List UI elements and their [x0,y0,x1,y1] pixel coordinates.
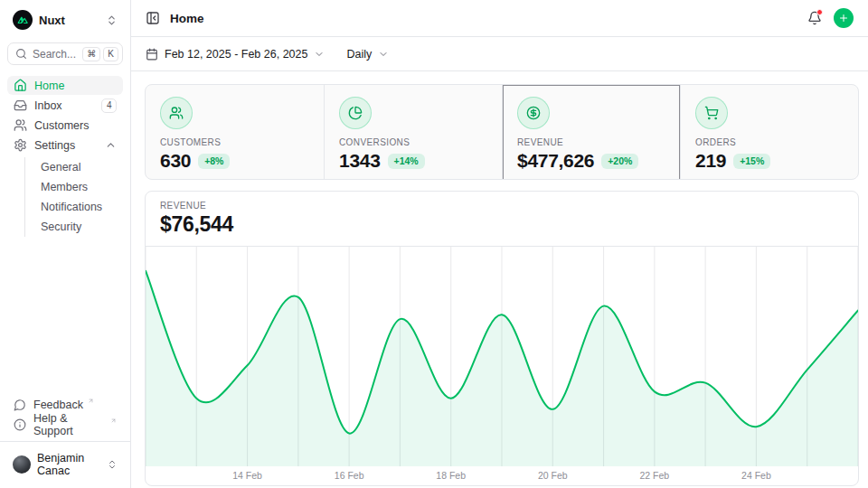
sidebar-item-inbox[interactable]: Inbox 4 [7,96,123,115]
stat-label: CONVERSIONS [339,137,487,147]
inbox-icon [14,99,27,112]
sidebar-nav: Home Inbox 4 Customers Settings Genera [7,76,123,237]
arrow-up-right-icon [88,398,94,404]
sidebar-item-label: Inbox [34,99,62,112]
sidebar-divider [0,441,130,442]
stat-delta-badge: +14% [388,154,425,169]
revenue-chart-card: REVENUE $76,544 14 Feb16 Feb18 Feb20 Feb… [145,191,859,486]
add-button[interactable] [834,8,854,28]
revenue-area-chart[interactable] [146,246,858,466]
submenu-label: Notifications [41,201,102,213]
sidebar-item-settings[interactable]: Settings [7,136,123,155]
x-axis-label: 24 Feb [741,470,771,481]
stat-label: CUSTOMERS [160,137,309,147]
submenu-label: General [41,161,80,174]
calendar-icon [146,48,158,61]
arrow-up-right-icon [110,418,117,424]
sidebar-item-notifications[interactable]: Notifications [33,197,123,217]
date-range-picker[interactable]: Feb 12, 2025 - Feb 26, 2025 [146,48,325,61]
cart-icon [695,97,728,129]
chart-header: REVENUE $76,544 [146,192,858,246]
sidebar-item-security[interactable]: Security [33,217,123,237]
notification-dot [816,9,823,15]
pie-chart-icon [339,97,372,129]
chart-x-axis: 14 Feb16 Feb18 Feb20 Feb22 Feb24 Feb [146,466,858,485]
collapse-sidebar-icon[interactable] [146,11,160,25]
sidebar-item-label: Customers [34,119,89,132]
sidebar-item-customers[interactable]: Customers [7,116,123,135]
stat-value: 630 [160,150,191,172]
chevron-up-icon [105,139,117,151]
chevrons-up-down-icon [106,14,118,26]
notifications-bell-icon[interactable] [807,11,822,25]
sidebar-item-general[interactable]: General [33,157,123,177]
sidebar-item-help-support[interactable]: Help & Support [7,415,123,435]
user-name: Benjamin Canac [37,452,100,477]
info-circle-icon [14,418,26,431]
team-switcher[interactable]: Nuxt [7,7,123,31]
nuxt-logo-icon [13,10,33,30]
submenu-label: Members [41,181,88,193]
chevron-down-icon [314,49,325,60]
stat-label: ORDERS [695,137,844,147]
app-header: Home [131,0,868,37]
x-axis-label: 16 Feb [335,470,364,481]
search-input-wrap: ⌘ K [7,42,123,65]
dashboard-content: CUSTOMERS 630 +8% CONVERSIONS 1343 +14% [131,71,868,486]
footer-item-label: Feedback [33,399,83,411]
chart-metric-label: REVENUE [160,201,844,211]
inbox-count-badge: 4 [101,99,117,113]
period-value: Daily [346,48,372,61]
sidebar-item-label: Home [34,80,64,92]
date-range-value: Feb 12, 2025 - Feb 26, 2025 [165,48,307,61]
stats-grid: CUSTOMERS 630 +8% CONVERSIONS 1343 +14% [145,84,859,180]
sidebar-spacer [7,237,123,395]
sidebar: Nuxt ⌘ K Home Inbox 4 [0,0,131,488]
stat-card-revenue[interactable]: REVENUE $477,626 +20% [502,85,680,180]
kbd-meta: ⌘ [82,47,100,61]
stat-value: 1343 [339,150,381,172]
search-icon [15,48,27,60]
main-area: Home Feb 12, 2025 - Feb 26, 2025 Daily [131,0,868,488]
x-axis-label: 18 Feb [436,470,466,481]
stat-label: REVENUE [517,137,665,147]
search-input[interactable] [33,48,77,61]
stat-delta-badge: +15% [733,154,770,169]
stat-card-customers[interactable]: CUSTOMERS 630 +8% [146,85,324,180]
users-icon [14,118,27,132]
stat-value: $477,626 [517,150,594,172]
gear-icon [14,138,27,152]
sidebar-item-members[interactable]: Members [33,177,123,197]
header-actions [807,8,854,28]
chevrons-up-down-icon [107,459,118,470]
x-axis-label: 14 Feb [232,470,262,481]
submenu-label: Security [41,221,81,233]
stat-delta-badge: +8% [198,154,230,169]
footer-item-label: Help & Support [33,412,106,437]
user-menu[interactable]: Benjamin Canac [7,448,123,481]
avatar [13,455,31,474]
chevron-down-icon [378,49,389,60]
settings-submenu: General Members Notifications Security [24,157,123,237]
stat-value: 219 [695,150,726,172]
stat-card-conversions[interactable]: CONVERSIONS 1343 +14% [324,85,502,180]
circle-dollar-icon [517,97,550,129]
x-axis-label: 22 Feb [639,470,669,481]
filters-toolbar: Feb 12, 2025 - Feb 26, 2025 Daily [131,37,868,71]
stat-delta-badge: +20% [601,154,638,169]
period-select[interactable]: Daily [346,48,389,61]
stat-card-orders[interactable]: ORDERS 219 +15% [680,85,858,180]
users-icon [160,97,193,129]
house-icon [14,79,27,92]
team-name: Nuxt [39,14,65,27]
sidebar-item-label: Settings [34,139,75,152]
x-axis-label: 20 Feb [538,470,568,481]
chart-metric-value: $76,544 [160,212,844,237]
sidebar-item-home[interactable]: Home [7,76,123,95]
page-title: Home [170,12,204,25]
chat-bubble-icon [14,399,26,411]
kbd-k: K [103,47,118,61]
